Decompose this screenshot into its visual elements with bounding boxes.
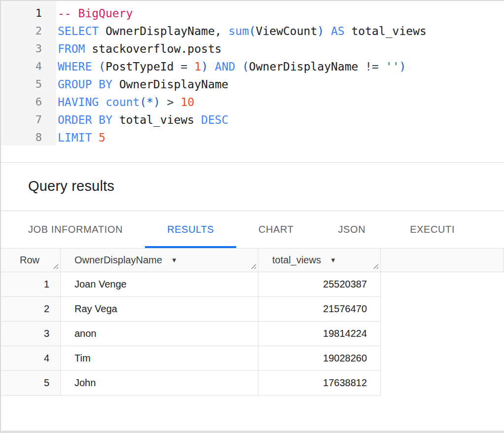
line-number: 4 [0,58,55,75]
tab-results[interactable]: RESULTS [145,211,236,248]
code-line[interactable]: 1-- BigQuery [0,4,504,22]
table-row: 3anon19814224 [0,322,504,346]
table-row: 1Joan Venge25520387 [0,272,504,297]
code-text[interactable]: SELECT OwnerDisplayName, sum(ViewCount) … [55,22,427,40]
owner-display-name-cell: John [61,371,258,396]
column-resize-grip-icon[interactable] [249,262,256,270]
line-number: 8 [0,129,55,146]
owner-display-name-cell: Joan Venge [61,272,258,297]
code-text[interactable]: LIMIT 5 [55,129,106,146]
total-views-cell: 21576470 [258,297,381,322]
query-results-header: Query results [0,163,504,211]
row-number-cell: 2 [0,297,61,322]
code-line[interactable]: 4WHERE (PostTypeId = 1) AND (OwnerDispla… [0,58,504,75]
tab-chart[interactable]: CHART [236,211,316,248]
tab-json[interactable]: JSON [316,211,388,248]
bottom-divider [0,431,504,433]
total-views-cell: 19028260 [258,346,381,371]
code-text[interactable]: FROM stackoverflow.posts [55,40,221,58]
owner-display-name-cell: Ray Vega [61,297,258,322]
total-views-cell: 17638812 [258,371,381,396]
code-text[interactable]: GROUP BY OwnerDisplayName [55,75,228,93]
sort-dropdown-icon[interactable]: ▼ [330,257,336,263]
results-tabbar: JOB INFORMATIONRESULTSCHARTJSONEXECUTI [0,211,504,249]
total-views-cell: 19814224 [258,322,381,346]
line-number: 1 [0,4,55,22]
total-views-cell: 25520387 [258,272,381,297]
code-text[interactable]: ORDER BY total_views DESC [55,111,228,129]
column-label: total_views [272,254,321,266]
row-number-cell: 5 [0,371,61,396]
sort-dropdown-icon[interactable]: ▼ [171,257,178,263]
line-number: 3 [0,40,55,58]
line-number: 6 [0,93,55,111]
table-row: 2Ray Vega21576470 [0,297,504,322]
row-number-cell: 1 [0,272,61,297]
line-number: 7 [0,111,55,129]
code-line[interactable]: 7ORDER BY total_views DESC [0,111,504,129]
code-line[interactable]: 6HAVING count(*) > 10 [0,93,504,111]
row-number-cell: 3 [0,322,61,346]
top-divider [0,0,504,1]
left-divider [0,0,1,433]
table-row: 4Tim19028260 [0,346,504,371]
code-text[interactable]: WHERE (PostTypeId = 1) AND (OwnerDisplay… [55,58,406,75]
results-table-header: Row OwnerDisplayName ▼ total_views ▼ [0,249,504,272]
column-label: Row [20,254,39,266]
column-label: OwnerDisplayName [74,254,162,266]
column-header-ownerdisplayname: OwnerDisplayName ▼ [61,249,258,272]
tab-job-information[interactable]: JOB INFORMATION [6,211,145,248]
code-line[interactable]: 5GROUP BY OwnerDisplayName [0,75,504,93]
line-number: 5 [0,75,55,93]
column-resize-grip-icon[interactable] [51,262,59,270]
code-text[interactable]: -- BigQuery [55,4,133,22]
owner-display-name-cell: anon [61,322,258,346]
column-header-filler [381,249,504,272]
code-line[interactable]: 3FROM stackoverflow.posts [0,40,504,58]
tab-executi[interactable]: EXECUTI [388,211,477,248]
editor-lines[interactable]: 1-- BigQuery2SELECT OwnerDisplayName, su… [0,0,504,146]
line-number: 2 [0,22,55,40]
code-line[interactable]: 2SELECT OwnerDisplayName, sum(ViewCount)… [0,22,504,40]
code-text[interactable]: HAVING count(*) > 10 [55,93,194,111]
table-row: 5John17638812 [0,371,504,396]
column-header-row: Row [0,249,61,272]
row-number-cell: 4 [0,346,61,371]
column-header-total-views: total_views ▼ [258,249,381,272]
results-table-body: 1Joan Venge255203872Ray Vega215764703ano… [0,272,504,396]
page-title: Query results [0,163,504,194]
code-line[interactable]: 8LIMIT 5 [0,129,504,146]
owner-display-name-cell: Tim [61,346,258,371]
sql-editor[interactable]: 1-- BigQuery2SELECT OwnerDisplayName, su… [0,0,504,163]
column-resize-grip-icon[interactable] [371,262,379,270]
